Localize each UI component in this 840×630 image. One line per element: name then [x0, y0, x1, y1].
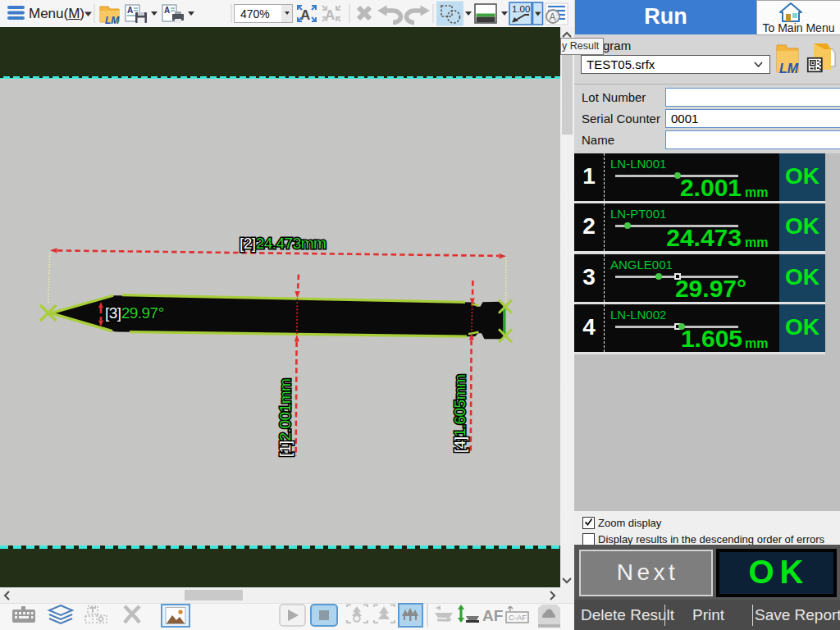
svg-text:A: A	[550, 11, 556, 23]
svg-text:A: A	[127, 6, 133, 15]
svg-text:1.00: 1.00	[512, 4, 530, 14]
svg-text:LM: LM	[105, 15, 120, 26]
svg-text:LM: LM	[779, 62, 799, 75]
svg-text:AF: AF	[482, 607, 503, 624]
svg-text:A: A	[164, 6, 170, 15]
svg-text:C-AF: C-AF	[509, 613, 527, 622]
